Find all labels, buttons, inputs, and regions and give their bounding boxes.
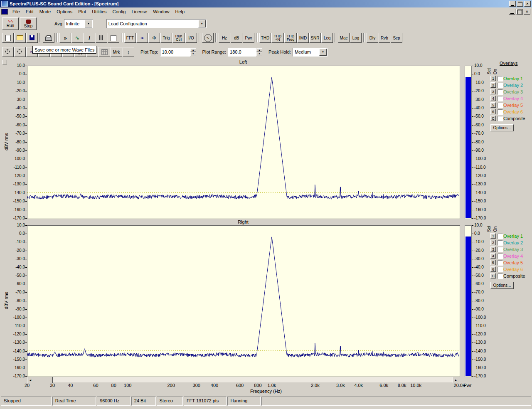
open-button[interactable] xyxy=(14,33,26,43)
overlay-on-checkbox-1[interactable] xyxy=(498,234,503,239)
mdi-restore-button[interactable] xyxy=(516,9,523,15)
peak-hold-select[interactable]: Medium ▼ xyxy=(293,48,328,57)
wave-edit-button[interactable] xyxy=(71,33,83,43)
overlay-on-checkbox-3[interactable] xyxy=(498,89,503,95)
menu-item-utilities[interactable]: Utilities xyxy=(89,8,109,15)
run-button[interactable]: ∿∿ Run xyxy=(2,17,19,30)
overlay-set-button-c[interactable]: C xyxy=(490,273,496,278)
overlay-on-checkbox-2[interactable] xyxy=(498,83,503,88)
mdi-minimize-button[interactable] xyxy=(509,9,515,15)
scale-button[interactable] xyxy=(123,47,134,57)
time-series-button[interactable] xyxy=(136,33,148,43)
avg-select[interactable]: Infinite ▼ xyxy=(64,19,93,28)
overlay-set-button-3[interactable]: 3 xyxy=(490,89,496,94)
snr-button[interactable]: SNR xyxy=(309,33,321,43)
spin-up-icon[interactable]: ▲ xyxy=(190,48,196,52)
delay-button[interactable]: Dly xyxy=(367,33,378,43)
overlay-set-button-5[interactable]: 5 xyxy=(490,260,496,265)
close-button[interactable]: × xyxy=(524,1,531,7)
spin-up-icon[interactable]: ▲ xyxy=(256,48,262,52)
marker-button[interactable]: Mrk xyxy=(111,47,122,57)
menu-item-file[interactable]: File xyxy=(10,8,23,15)
imd-button[interactable]: IMD xyxy=(297,33,309,43)
filter-button[interactable] xyxy=(96,33,107,43)
plot-top-stepper[interactable]: ▲ ▼ xyxy=(190,48,196,56)
overlays-options-button[interactable]: Options... xyxy=(490,124,514,131)
chevron-down-icon[interactable]: ▼ xyxy=(85,20,92,27)
menu-item-window[interactable]: Window xyxy=(150,8,172,15)
overlay-set-button-5[interactable]: 5 xyxy=(490,102,496,108)
logging-button[interactable]: Log xyxy=(350,33,362,43)
menu-item-mode[interactable]: Mode xyxy=(37,8,54,15)
db-units-button[interactable]: dB xyxy=(231,33,242,43)
thd-button[interactable]: THD xyxy=(259,33,271,43)
menu-item-edit[interactable]: Edit xyxy=(23,8,37,15)
zoom-out-button[interactable] xyxy=(14,47,26,57)
overlay-on-checkbox-c[interactable] xyxy=(498,273,503,279)
menu-item-config[interactable]: Config xyxy=(110,8,129,15)
reverb-button[interactable]: Rvb xyxy=(379,33,390,43)
scope-button[interactable]: Scp xyxy=(391,33,402,43)
slope-button[interactable] xyxy=(84,33,95,43)
mdi-close-button[interactable]: × xyxy=(524,9,530,15)
notes-button[interactable] xyxy=(108,33,119,43)
plot-top-input[interactable]: 10.00 xyxy=(160,48,190,57)
spin-down-icon[interactable]: ▼ xyxy=(190,52,196,56)
leq-button[interactable]: Leq xyxy=(321,33,333,43)
restore-button[interactable] xyxy=(517,1,523,7)
overlay-set-button-3[interactable]: 3 xyxy=(490,246,496,252)
overlay-set-button-4[interactable]: 4 xyxy=(490,253,496,259)
overlay-on-checkbox-6[interactable] xyxy=(498,109,503,115)
overlay-on-checkbox-1[interactable] xyxy=(498,76,503,81)
signal-generator-button[interactable] xyxy=(202,33,214,43)
overlay-set-button-4[interactable]: 4 xyxy=(490,96,496,101)
overlay-on-checkbox-4[interactable] xyxy=(498,254,503,259)
plot-horizontal-scrollbar[interactable]: ◄ ► xyxy=(27,377,459,382)
grid-button[interactable] xyxy=(99,47,110,57)
menu-item-help[interactable]: Help xyxy=(172,8,187,15)
pwr-units-button[interactable]: Pwr xyxy=(243,33,254,43)
overlay-set-button-6[interactable]: 6 xyxy=(490,266,496,272)
print-button[interactable] xyxy=(43,33,54,43)
hz-units-button[interactable]: Hz xyxy=(219,33,230,43)
stop-button[interactable]: Stop xyxy=(20,17,37,30)
thd-n-button[interactable]: THD +N xyxy=(271,33,284,43)
overlay-set-button-1[interactable]: 1 xyxy=(490,233,496,239)
chevron-down-icon[interactable]: ▼ xyxy=(198,20,206,27)
zoom-in-button[interactable] xyxy=(2,47,14,57)
configuration-select[interactable]: Load Configuration ▼ xyxy=(106,19,207,28)
fast-forward-button[interactable] xyxy=(59,33,71,43)
menu-item-options[interactable]: Options xyxy=(54,8,75,15)
overlay-set-button-1[interactable]: 1 xyxy=(490,76,496,81)
plot-range-stepper[interactable]: ▲ ▼ xyxy=(256,48,262,56)
overlay-set-button-c[interactable]: C xyxy=(490,116,496,121)
io-device-button[interactable]: I/O xyxy=(185,33,197,43)
chevron-down-icon[interactable]: ▼ xyxy=(319,49,327,56)
overlay-on-checkbox-5[interactable] xyxy=(498,103,503,108)
new-button[interactable] xyxy=(2,33,14,43)
overlay-set-button-2[interactable]: 2 xyxy=(490,82,496,88)
spin-down-icon[interactable]: ▼ xyxy=(256,52,262,56)
overlay-on-checkbox-c[interactable] xyxy=(498,116,503,121)
run-control-button[interactable]: Run Ctrl xyxy=(172,33,185,43)
overlays-options-button[interactable]: Options... xyxy=(490,282,514,289)
overlay-set-button-6[interactable]: 6 xyxy=(490,109,496,114)
title-bar[interactable]: SpectraPLUS-SC Sound Card Edition - [Spe… xyxy=(0,0,532,7)
plot-range-input[interactable]: 180.0 xyxy=(228,48,256,57)
spectrum-plot-left[interactable] xyxy=(27,66,460,219)
overlay-on-checkbox-3[interactable] xyxy=(498,247,503,252)
menu-item-license[interactable]: License xyxy=(128,8,150,15)
overlay-on-checkbox-4[interactable] xyxy=(498,96,503,101)
overlay-set-button-2[interactable]: 2 xyxy=(490,240,496,245)
mdi-child-icon[interactable] xyxy=(1,9,8,15)
spectrum-plot-right[interactable] xyxy=(27,225,460,377)
save-button[interactable] xyxy=(26,33,38,43)
trigger-button[interactable]: Trig xyxy=(160,33,172,43)
menu-item-plot[interactable]: Plot xyxy=(75,8,89,15)
overlay-on-checkbox-5[interactable] xyxy=(498,260,503,266)
macro-button[interactable]: Mac xyxy=(338,33,350,43)
overlay-on-checkbox-6[interactable] xyxy=(498,267,503,272)
fft-button[interactable]: FFT xyxy=(124,33,136,43)
phase-button[interactable] xyxy=(148,33,160,43)
minimize-button[interactable] xyxy=(509,1,516,7)
